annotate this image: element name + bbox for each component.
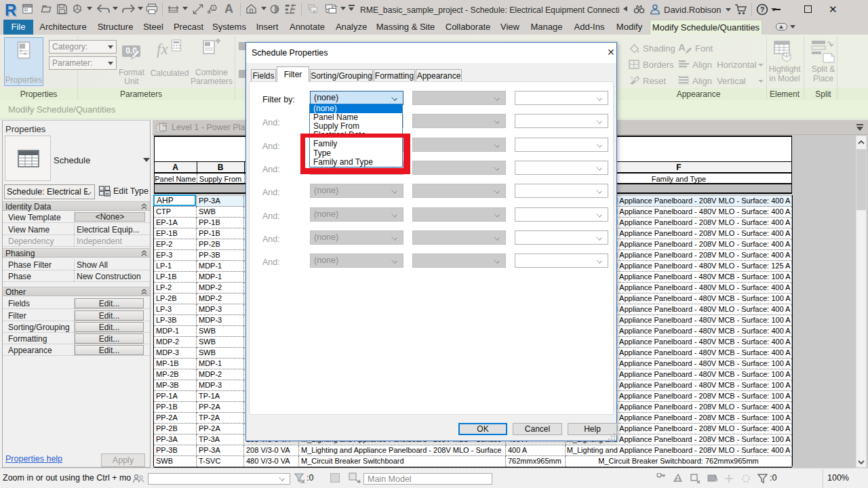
svg-text:?: ? xyxy=(760,5,765,14)
svg-text:1: 1 xyxy=(212,6,214,10)
